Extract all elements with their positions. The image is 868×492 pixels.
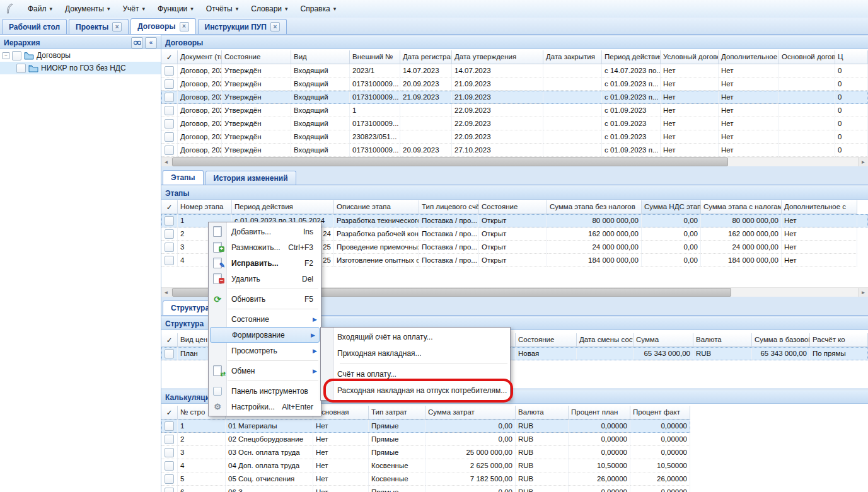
context-menu-item-4[interactable]: ⟳ОбновитьF5 <box>209 291 321 307</box>
menu-functions[interactable]: Функции▾ <box>151 2 200 16</box>
column-header[interactable]: Сумма НДС этапа <box>642 200 701 214</box>
column-header[interactable]: Основной договор <box>779 50 835 64</box>
column-header[interactable]: Состояние <box>516 333 577 347</box>
column-header[interactable]: Сумма затрат <box>425 406 516 420</box>
row-checkbox[interactable] <box>165 93 174 102</box>
binoculars-icon[interactable] <box>131 37 143 49</box>
column-header[interactable]: Расчёт ко <box>810 333 868 347</box>
table-row[interactable]: Договор, 2023/...УтверждёнВходящий230823… <box>161 130 868 144</box>
column-header[interactable]: Процент факт <box>630 406 690 420</box>
column-header[interactable]: Дополнительное с <box>719 50 779 64</box>
column-header[interactable]: ✓ <box>161 50 178 64</box>
table-row[interactable]: 303 Осн. оплата трудаНетПрямые25 000 000… <box>161 446 690 459</box>
row-checkbox[interactable] <box>165 132 174 142</box>
close-icon[interactable]: × <box>180 22 189 31</box>
column-header[interactable]: Сумма этапа с налогами <box>701 200 782 214</box>
context-menu-item-8[interactable]: ⇄Обмен▶ <box>209 363 321 379</box>
column-header[interactable]: Период действия.. <box>602 50 661 64</box>
row-checkbox[interactable] <box>165 106 174 115</box>
table-row[interactable]: Договор, 2023/...УтверждёнВходящий017310… <box>161 144 868 157</box>
tree-collapse-icon[interactable]: − <box>3 52 9 59</box>
context-menu-item-2[interactable]: ✎Исправить...F2 <box>209 255 321 271</box>
table-row[interactable]: 202 СпецоборудованиеНетПрямые0,00RUB0,00… <box>161 433 690 446</box>
column-header[interactable]: Номер этапа <box>178 200 232 214</box>
column-header[interactable]: Основная <box>313 406 369 420</box>
context-menu-item-3[interactable]: −УдалитьDel <box>209 271 321 287</box>
row-checkbox[interactable] <box>165 146 174 155</box>
column-header[interactable]: Документ (тип, № <box>178 50 222 64</box>
column-header[interactable]: Сумма в базовой в <box>752 333 810 347</box>
main-tab-2[interactable]: Договоры× <box>130 18 195 34</box>
column-header[interactable]: ✓ <box>161 333 178 347</box>
menu-file[interactable]: Файл▾ <box>21 2 59 16</box>
collapse-panel-icon[interactable]: « <box>145 37 157 49</box>
table-row[interactable]: Договор, 2023/...УтверждёнВходящий122.09… <box>161 104 868 117</box>
main-tab-1[interactable]: Проекты× <box>69 19 129 34</box>
row-checkbox[interactable] <box>165 229 174 239</box>
menu-reports[interactable]: Отчёты▾ <box>200 2 245 16</box>
column-header[interactable]: Состояние <box>222 50 291 64</box>
column-header[interactable]: Дополнительное с <box>782 200 857 214</box>
row-checkbox[interactable] <box>165 216 174 226</box>
context-menu-item-1[interactable]: +Размножить...Ctrl+F3 <box>209 239 321 255</box>
column-header[interactable]: Валюта <box>693 333 752 347</box>
scroll-left-icon[interactable]: ◄ <box>161 288 171 297</box>
column-header[interactable]: Тип лицевого счёт <box>419 200 479 214</box>
column-header[interactable]: Тип затрат <box>369 406 425 420</box>
tree-checkbox[interactable] <box>16 64 26 73</box>
table-row[interactable]: 404 Доп. оплата трудаНетКосвенные2 625 0… <box>161 459 690 472</box>
column-header[interactable]: Сумма <box>634 333 693 347</box>
scroll-right-icon[interactable]: ► <box>858 288 868 297</box>
row-checkbox[interactable] <box>165 66 174 76</box>
menu-dictionaries[interactable]: Словари▾ <box>245 2 294 16</box>
context-menu-item-5[interactable]: Состояние▶ <box>209 311 321 327</box>
row-checkbox[interactable] <box>165 243 174 252</box>
column-header[interactable]: Валюта <box>516 406 569 420</box>
tab-change-history[interactable]: История изменений <box>205 171 296 185</box>
column-header[interactable]: Состояние <box>479 200 547 214</box>
table-row[interactable]: 606 З...НетПрямые0,00RUB0,000000,00000 <box>161 486 690 492</box>
column-header[interactable]: Ц <box>835 50 868 64</box>
contracts-hscrollbar[interactable]: ◄ ► <box>161 157 868 166</box>
row-checkbox[interactable] <box>165 461 174 471</box>
column-header[interactable]: ✓ <box>161 406 178 420</box>
table-row[interactable]: 101 МатериалыНетПрямые0,00RUB0,000000,00… <box>161 420 690 433</box>
table-row[interactable]: Договор, 2023/...УтверждёнВходящий017310… <box>161 117 868 130</box>
column-header[interactable]: Внешний № <box>350 50 400 64</box>
context-menu-item-9[interactable]: Панель инструментов <box>209 383 321 399</box>
context-menu-item-10[interactable]: ⚙Настройки...Alt+Enter <box>209 399 321 415</box>
column-header[interactable]: Дата смены состоя <box>577 333 634 347</box>
submenu-item-3[interactable]: Расходная накладная на отпуск потребител… <box>321 382 510 399</box>
submenu-item-0[interactable]: Входящий счёт на оплату... <box>321 329 510 345</box>
menu-documents[interactable]: Документы▾ <box>59 2 116 16</box>
table-row[interactable]: Договор, 2023/...УтверждёнВходящий2023/1… <box>161 64 868 77</box>
close-icon[interactable]: × <box>112 22 122 31</box>
column-header[interactable]: Дата закрытия <box>543 50 602 64</box>
column-header[interactable]: Дата регистрации. <box>400 50 452 64</box>
submenu-item-1[interactable]: Приходная накладная... <box>321 345 510 362</box>
row-checkbox[interactable] <box>165 119 174 129</box>
main-tab-3[interactable]: Инструкции ПУП× <box>198 19 287 34</box>
column-header[interactable]: Процент план <box>569 406 630 420</box>
menu-help[interactable]: Справка▾ <box>294 2 343 16</box>
row-checkbox[interactable] <box>165 349 174 358</box>
close-icon[interactable]: × <box>270 22 280 31</box>
column-header[interactable]: Условный договор <box>661 50 719 64</box>
scroll-right-icon[interactable]: ► <box>858 157 868 166</box>
column-header[interactable]: Дата утверждения <box>452 50 543 64</box>
context-menu-item-6[interactable]: Формирование▶ <box>210 327 320 343</box>
tab-stages[interactable]: Этапы <box>163 170 204 185</box>
scrollbar-thumb[interactable] <box>172 157 728 166</box>
table-row[interactable]: Договор, 2023/...УтверждёнВходящий017310… <box>161 77 868 91</box>
column-header[interactable]: Период действия <box>232 200 334 214</box>
column-header[interactable]: Описание этапа <box>334 200 419 214</box>
row-checkbox[interactable] <box>165 256 174 265</box>
table-row[interactable]: Договор, 2023/...УтверждёнВходящий017310… <box>161 91 868 104</box>
tree-item-niokr[interactable]: НИОКР по ГОЗ без НДС <box>0 62 161 74</box>
column-header[interactable]: Вид <box>291 50 350 64</box>
tree-checkbox[interactable] <box>12 51 21 60</box>
row-checkbox[interactable] <box>165 421 174 431</box>
scroll-left-icon[interactable]: ◄ <box>161 157 171 166</box>
menu-accounting[interactable]: Учёт▾ <box>116 2 151 16</box>
context-menu-item-0[interactable]: Добавить...Ins <box>209 224 321 239</box>
